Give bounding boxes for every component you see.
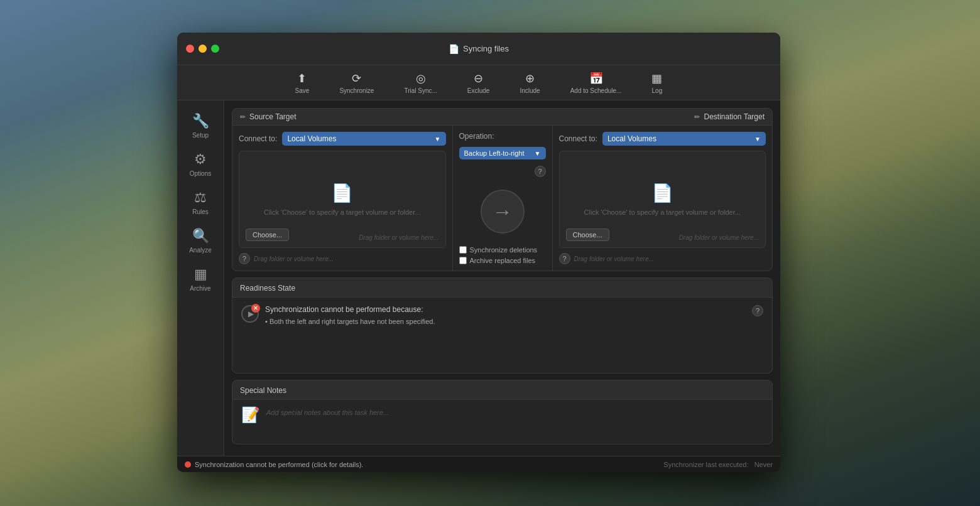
sidebar-item-analyze[interactable]: 🔍 Analyze — [177, 222, 224, 260]
operation-help-button[interactable]: ? — [535, 166, 546, 177]
sync-arrow-icon: → — [493, 200, 513, 223]
source-connect-row: Connect to: Local Volumes ▼ — [239, 132, 446, 146]
readiness-title: Synchronization cannot be performed beca… — [265, 305, 746, 314]
source-volume-select-wrapper: Local Volumes ▼ — [282, 132, 445, 146]
include-icon: ⊕ — [525, 72, 535, 85]
notes-document-icon: 📝 — [241, 406, 260, 424]
sidebar-item-archive[interactable]: ▦ Archive — [177, 260, 224, 298]
play-button-error[interactable]: ▶ ✕ — [241, 305, 259, 323]
sidebar-analyze-label: Analyze — [189, 247, 212, 254]
trial-sync-label: Trial Sync... — [404, 87, 437, 94]
exclude-label: Exclude — [467, 87, 490, 94]
maximize-button[interactable] — [211, 45, 219, 53]
source-tab[interactable]: ✏ Source Target — [232, 109, 304, 125]
archive-icon: ▦ — [194, 266, 207, 283]
dest-volume-select[interactable]: Local Volumes — [602, 132, 766, 146]
toolbar-save[interactable]: ⬆ Save — [290, 69, 315, 97]
toolbar-exclude[interactable]: ⊖ Exclude — [462, 69, 495, 97]
status-right: Synchronizer last executed: Never — [663, 461, 773, 468]
log-label: Log — [652, 87, 663, 94]
source-tab-label: Source Target — [249, 112, 297, 121]
readiness-help-button[interactable]: ? — [752, 305, 763, 316]
sync-deletions-checkbox[interactable] — [459, 246, 467, 254]
sidebar-options-label: Options — [190, 170, 211, 177]
toolbar: ⬆ Save ⟳ Synchronize ◎ Trial Sync... ⊖ E… — [177, 65, 780, 100]
operation-checkboxes: Synchronize deletions Archive replaced f… — [459, 246, 538, 264]
sidebar: 🔧 Setup ⚙ Options ⚖ Rules 🔍 Analyze ▦ Ar… — [177, 100, 224, 456]
setup-icon: 🔧 — [192, 113, 209, 129]
operation-panel: Operation: Backup Left-to-right ▼ ? → — [452, 126, 553, 271]
sidebar-item-options[interactable]: ⚙ Options — [177, 145, 224, 183]
dest-connect-label: Connect to: — [559, 134, 597, 143]
log-icon: ▦ — [651, 72, 662, 85]
dest-file-icon: 📄 — [651, 183, 673, 203]
source-folder-text: Click 'Choose' to specify a target volum… — [264, 208, 420, 216]
readiness-text: Synchronization cannot be performed beca… — [265, 305, 746, 325]
destination-tab[interactable]: ✏ Destination Target — [687, 109, 772, 125]
dest-help-button[interactable]: ? — [559, 253, 570, 264]
trial-sync-icon: ◎ — [416, 72, 426, 85]
sidebar-item-rules[interactable]: ⚖ Rules — [177, 183, 224, 222]
save-icon: ⬆ — [297, 72, 307, 85]
dest-connect-row: Connect to: Local Volumes ▼ — [559, 132, 766, 146]
schedule-label: Add to Schedule... — [570, 87, 622, 94]
titlebar: 📄 Syncing files — [177, 33, 780, 65]
sidebar-item-setup[interactable]: 🔧 Setup — [177, 107, 224, 145]
dest-folder-text: Click 'Choose' to specify a target volum… — [584, 208, 741, 216]
dest-folder-placeholder: 📄 Click 'Choose' to specify a target vol… — [559, 151, 766, 248]
rules-icon: ⚖ — [194, 190, 207, 206]
toolbar-log[interactable]: ▦ Log — [646, 69, 667, 97]
notes-section: Special Notes 📝 Add special notes about … — [232, 380, 773, 444]
sidebar-archive-label: Archive — [190, 285, 210, 292]
schedule-icon: 📅 — [589, 72, 603, 85]
source-drag-hint: Drag folder or volume here... — [359, 234, 438, 241]
operation-select[interactable]: Backup Left-to-right — [459, 147, 546, 159]
last-executed-label: Synchronizer last executed: — [663, 461, 748, 468]
source-file-icon: 📄 — [331, 183, 353, 203]
dest-drag-hint-bottom: Drag folder or volume here... — [574, 256, 654, 262]
source-choose-button[interactable]: Choose... — [246, 229, 289, 241]
title-icon: 📄 — [449, 44, 459, 54]
source-help-button[interactable]: ? — [239, 253, 250, 264]
main-content: 🔧 Setup ⚙ Options ⚖ Rules 🔍 Analyze ▦ Ar… — [177, 100, 780, 456]
last-executed-value: Never — [754, 461, 773, 468]
toolbar-include[interactable]: ⊕ Include — [514, 69, 545, 97]
traffic-lights — [186, 45, 219, 53]
synchronize-label: Synchronize — [339, 87, 374, 94]
toolbar-trial-sync[interactable]: ◎ Trial Sync... — [399, 69, 442, 97]
edit-dest-icon: ✏ — [694, 113, 700, 121]
analyze-icon: 🔍 — [192, 228, 209, 244]
toolbar-add-schedule[interactable]: 📅 Add to Schedule... — [565, 69, 627, 97]
destination-panel: Connect to: Local Volumes ▼ 📄 Click 'Cho… — [553, 126, 773, 271]
sync-section: ✏ Source Target ✏ Destination Target Con… — [232, 108, 773, 271]
readiness-detail-item: Both the left and right targets have not… — [265, 318, 746, 325]
notes-placeholder-text: Add special notes about this task here..… — [266, 406, 389, 416]
minimize-button[interactable] — [199, 45, 207, 53]
toolbar-synchronize[interactable]: ⟳ Synchronize — [334, 69, 379, 97]
status-left[interactable]: Synchronization cannot be performed (cli… — [185, 461, 363, 468]
readiness-body: ▶ ✕ Synchronization cannot be performed … — [232, 298, 772, 373]
readiness-section: Readiness State ▶ ✕ Synchronization cann… — [232, 277, 773, 374]
window-title: Syncing files — [463, 44, 509, 53]
exclude-icon: ⊖ — [474, 72, 483, 85]
status-error-message: Synchronization cannot be performed (cli… — [195, 461, 363, 468]
source-drag-hint-bottom: Drag folder or volume here... — [254, 256, 334, 262]
operation-label: Operation: — [459, 132, 494, 141]
archive-replaced-checkbox[interactable] — [459, 257, 467, 264]
readiness-details: Both the left and right targets have not… — [265, 318, 746, 325]
archive-replaced-label: Archive replaced files — [470, 257, 536, 264]
source-volume-select[interactable]: Local Volumes — [282, 132, 445, 146]
readiness-header-label: Readiness State — [240, 284, 295, 293]
archive-replaced-row[interactable]: Archive replaced files — [459, 257, 538, 264]
notes-header-label: Special Notes — [240, 386, 286, 395]
statusbar: Synchronization cannot be performed (cli… — [177, 456, 780, 472]
include-label: Include — [520, 87, 540, 94]
notes-header: Special Notes — [232, 380, 772, 400]
sync-body: Connect to: Local Volumes ▼ 📄 Click 'Cho… — [232, 126, 772, 271]
synchronize-icon: ⟳ — [352, 72, 361, 85]
dest-choose-button[interactable]: Choose... — [566, 229, 609, 241]
readiness-header: Readiness State — [232, 278, 772, 298]
sync-deletions-row[interactable]: Synchronize deletions — [459, 246, 538, 254]
sidebar-setup-label: Setup — [192, 132, 209, 139]
close-button[interactable] — [186, 45, 194, 53]
